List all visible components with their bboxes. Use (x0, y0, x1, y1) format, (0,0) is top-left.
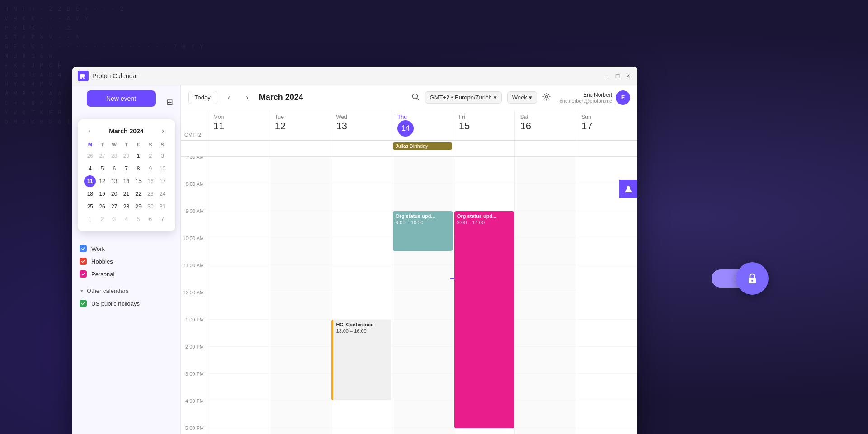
next-week-button[interactable]: › (241, 91, 254, 104)
calendar-us-holidays[interactable]: US public holidays (80, 297, 173, 310)
time-cell-sun-900[interactable] (576, 211, 637, 238)
mini-cal-cell[interactable]: 3 (108, 213, 120, 225)
time-cell-thu-1200[interactable] (392, 292, 453, 320)
mini-cal-cell[interactable]: 20 (108, 188, 120, 200)
mini-cal-cell[interactable]: 18 (84, 188, 96, 200)
time-cell-tue-1500[interactable] (269, 374, 331, 401)
mini-cal-cell[interactable]: 17 (157, 175, 169, 187)
time-cell-thu-700[interactable] (392, 157, 453, 184)
time-cell-thu-1300[interactable] (392, 320, 453, 347)
mini-cal-cell[interactable]: 1 (132, 150, 144, 162)
timezone-selector[interactable]: GMT+2 • Europe/Zurich ▾ (425, 91, 502, 104)
time-cell-fri-700[interactable] (453, 157, 515, 184)
time-cell-sat-1200[interactable] (515, 292, 576, 320)
calendar-work[interactable]: Work (80, 242, 173, 255)
mini-cal-cell[interactable]: 10 (157, 163, 169, 175)
time-cell-mon-1500[interactable] (208, 374, 269, 401)
calendar-work-checkbox[interactable] (80, 245, 87, 252)
time-cell-mon-1300[interactable] (208, 320, 269, 347)
mini-cal-cell[interactable]: 13 (108, 175, 120, 187)
time-cell-thu-1100[interactable] (392, 265, 453, 292)
time-cell-sun-1500[interactable] (576, 374, 637, 401)
time-cell-thu-1500[interactable] (392, 374, 453, 401)
time-cell-wed-1600[interactable] (330, 401, 392, 428)
settings-button[interactable] (542, 93, 551, 103)
time-cell-sun-1400[interactable] (576, 347, 637, 374)
view-selector[interactable]: Week ▾ (507, 91, 537, 104)
time-cell-sat-900[interactable] (515, 211, 576, 238)
time-cell-sun-1200[interactable] (576, 292, 637, 320)
time-cell-tue-1200[interactable] (269, 292, 331, 320)
mini-cal-cell[interactable]: 5 (132, 213, 144, 225)
time-cell-wed-1700[interactable] (330, 428, 392, 434)
time-cell-sun-1300[interactable] (576, 320, 637, 347)
hci-conference-event[interactable]: HCI Conference 13:00 – 16:00 (331, 320, 391, 400)
mini-cal-cell[interactable]: 26 (96, 201, 108, 212)
time-cell-sun-1600[interactable] (576, 401, 637, 428)
mini-cal-cell[interactable]: 24 (157, 188, 169, 200)
mini-cal-cell[interactable]: 1 (84, 213, 96, 225)
other-calendars-header[interactable]: ▼ Other calendars (80, 288, 173, 294)
calendar-hobbies-checkbox[interactable] (80, 258, 87, 265)
mini-cal-cell[interactable]: 7 (120, 163, 132, 175)
time-cell-tue-1600[interactable] (269, 401, 331, 428)
time-cell-thu-1700[interactable] (392, 428, 453, 434)
mini-cal-cell[interactable]: 26 (84, 150, 96, 162)
mini-cal-cell[interactable]: 7 (157, 213, 169, 225)
time-cell-tue-1000[interactable] (269, 238, 331, 265)
mini-cal-cell[interactable]: 8 (132, 163, 144, 175)
time-cell-tue-1700[interactable] (269, 428, 331, 434)
search-button[interactable] (411, 93, 420, 103)
time-cell-sat-1000[interactable] (515, 238, 576, 265)
time-cell-thu-1600[interactable] (392, 401, 453, 428)
time-cell-mon-900[interactable] (208, 211, 269, 238)
calendar-holidays-checkbox[interactable] (80, 300, 87, 307)
time-cell-wed-1200[interactable] (330, 292, 392, 320)
lock-circle-button[interactable] (736, 262, 769, 295)
time-cell-wed-900[interactable] (330, 211, 392, 238)
mini-cal-cell[interactable]: 3 (157, 150, 169, 162)
time-cell-sat-1500[interactable] (515, 374, 576, 401)
time-cell-mon-1200[interactable] (208, 292, 269, 320)
mini-cal-cell[interactable]: 9 (145, 163, 156, 175)
user-avatar[interactable]: E (616, 90, 630, 105)
mini-cal-cell[interactable]: 29 (120, 150, 132, 162)
time-cell-mon-1400[interactable] (208, 347, 269, 374)
time-cell-fri-1700[interactable] (453, 428, 515, 434)
time-cell-tue-800[interactable] (269, 184, 331, 211)
time-cell-thu-1400[interactable] (392, 347, 453, 374)
mini-cal-cell[interactable]: 6 (145, 213, 156, 225)
mini-cal-cell[interactable]: 25 (84, 201, 96, 212)
mini-cal-cell[interactable]: 21 (120, 188, 132, 200)
mini-cal-cell[interactable]: 5 (96, 163, 108, 175)
calendar-personal[interactable]: Personal (80, 268, 173, 280)
time-cell-mon-1600[interactable] (208, 401, 269, 428)
mini-cal-cell[interactable]: 19 (96, 188, 108, 200)
time-cell-sun-1700[interactable] (576, 428, 637, 434)
mini-cal-cell[interactable]: 6 (108, 163, 120, 175)
mini-cal-cell[interactable]: 12 (96, 175, 108, 187)
time-cell-sat-800[interactable] (515, 184, 576, 211)
time-cell-tue-1400[interactable] (269, 347, 331, 374)
mini-cal-cell[interactable]: 27 (108, 201, 120, 212)
time-cell-tue-1100[interactable] (269, 265, 331, 292)
mini-cal-cell[interactable]: 27 (96, 150, 108, 162)
mini-cal-cell[interactable]: 2 (96, 213, 108, 225)
time-cell-fri-800[interactable] (453, 184, 515, 211)
time-cell-wed-800[interactable] (330, 184, 392, 211)
time-cell-mon-1700[interactable] (208, 428, 269, 434)
mini-cal-cell[interactable]: 22 (132, 188, 144, 200)
people-view-button[interactable] (619, 180, 637, 198)
mini-cal-prev-button[interactable]: ‹ (84, 126, 95, 137)
calendar-hobbies[interactable]: Hobbies (80, 255, 173, 268)
time-cell-thu-800[interactable] (392, 184, 453, 211)
time-cell-mon-1000[interactable] (208, 238, 269, 265)
time-cell-sat-1100[interactable] (515, 265, 576, 292)
grid-view-button[interactable]: ⊞ (166, 97, 173, 107)
time-cell-sun-1000[interactable] (576, 238, 637, 265)
time-cell-tue-700[interactable] (269, 157, 331, 184)
mini-cal-cell[interactable]: 4 (120, 213, 132, 225)
minimize-button[interactable]: − (603, 72, 610, 80)
close-button[interactable]: × (625, 72, 632, 80)
mini-cal-cell[interactable]: 14 (120, 175, 132, 187)
